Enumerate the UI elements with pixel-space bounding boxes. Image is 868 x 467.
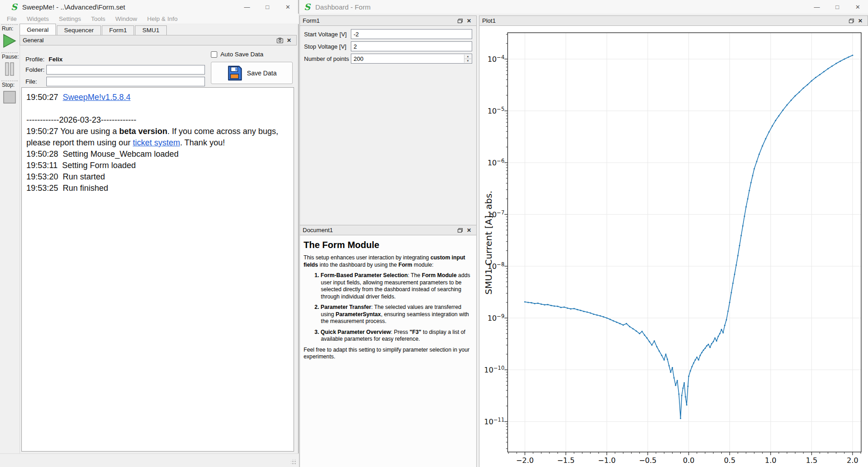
log-line: please report them using our ticket syst… <box>26 137 289 149</box>
form1-dock-content: Start Voltage [V]-2Stop Voltage [V]2Numb… <box>299 26 477 240</box>
panel-close-icon[interactable]: ✕ <box>464 17 474 25</box>
y-tick-label: 10−11 <box>479 417 504 426</box>
spin-down-icon[interactable]: ▼ <box>464 59 471 63</box>
form-row-number-of-points: Number of points200▲▼ <box>300 54 476 64</box>
sweepme-logo-icon: S <box>304 3 310 11</box>
general-panel-title: General <box>23 37 275 44</box>
play-icon <box>3 34 16 48</box>
x-tick-label: −1.0 <box>593 456 620 465</box>
x-tick-label: 1.0 <box>757 456 784 465</box>
float-panel-icon[interactable] <box>455 227 464 234</box>
plot-canvas: SMU1 Current [A], abs. SMU1 Voltage [V] … <box>479 26 868 467</box>
file-label: File: <box>25 78 37 85</box>
x-tick-label: 2.0 <box>839 456 866 465</box>
form-row-start-voltage-v: Start Voltage [V]-2 <box>300 29 476 39</box>
menu-item-tools[interactable]: Tools <box>86 15 110 22</box>
panel-close-icon[interactable]: ✕ <box>464 227 474 234</box>
floppy-disk-icon <box>227 65 242 81</box>
y-tick-label: 10−5 <box>479 106 504 115</box>
doc-list-item: 3. Quick Parameter Overview: Press "F3" … <box>314 329 470 343</box>
doc-paragraph: Feel free to adapt this setting to simpl… <box>304 347 470 361</box>
menu-item-widgets[interactable]: Widgets <box>22 15 54 22</box>
resize-grip[interactable] <box>291 459 296 465</box>
menu-item-window[interactable]: Window <box>110 15 142 22</box>
screenshot-camera-icon[interactable] <box>275 37 284 44</box>
maximize-button[interactable]: □ <box>827 0 848 14</box>
minimize-button[interactable]: — <box>237 0 257 14</box>
document1-dock-header[interactable]: Document1 ✕ <box>299 225 477 235</box>
save-data-label: Save Data <box>247 70 276 77</box>
menu-item-help-info[interactable]: Help & Info <box>142 15 183 22</box>
save-data-button[interactable]: Save Data <box>211 62 293 84</box>
folder-input[interactable] <box>46 65 205 75</box>
close-button[interactable]: ✕ <box>848 0 868 14</box>
x-tick-label: −1.5 <box>552 456 579 465</box>
x-tick-label: 1.5 <box>798 456 825 465</box>
tab-form1[interactable]: Form1 <box>102 25 134 35</box>
log-line: 19:50:27 SweepMe!v1.5.8.4 <box>26 92 289 103</box>
float-panel-icon[interactable] <box>455 17 464 25</box>
run-label: Run: <box>1 25 18 32</box>
dashboard-titlebar[interactable]: S Dashboard - Form — □ ✕ <box>299 0 868 14</box>
y-axis-label: SMU1 Current [A], abs. <box>483 174 493 311</box>
tab-sequencer[interactable]: Sequencer <box>57 25 101 35</box>
document1-dock-title: Document1 <box>303 227 455 234</box>
sweepme-main-window: S SweepMe! - ..\Advanced\Form.set — □ ✕ … <box>0 0 299 467</box>
field-label: Number of points <box>304 55 351 62</box>
main-tab-bar: GeneralSequencerForm1SMU1 <box>20 24 168 35</box>
menu-item-settings[interactable]: Settings <box>54 15 86 22</box>
spin-up-icon[interactable]: ▲ <box>464 55 471 59</box>
panel-close-icon[interactable]: ✕ <box>856 17 865 25</box>
auto-save-checkbox[interactable] <box>211 51 217 58</box>
document1-dock-content: The Form Module This setup enhances user… <box>299 235 477 467</box>
close-button[interactable]: ✕ <box>278 0 298 14</box>
number-of-points-input[interactable]: 200▲▼ <box>351 54 472 64</box>
field-label: Start Voltage [V] <box>304 31 351 38</box>
window-title: SweepMe! - ..\Advanced\Form.set <box>22 3 125 11</box>
pause-button[interactable] <box>2 61 17 77</box>
file-input[interactable] <box>46 77 205 86</box>
stop-section: Stop: <box>1 80 18 105</box>
log-link[interactable]: SweepMe!v1.5.8.4 <box>63 93 130 102</box>
stop-button[interactable] <box>2 89 17 105</box>
pause-icon <box>4 62 15 76</box>
panel-close-icon[interactable]: ✕ <box>284 37 294 44</box>
log-link[interactable]: ticket system <box>133 138 180 147</box>
maximize-button[interactable]: □ <box>257 0 278 14</box>
profile-value: Felix <box>49 56 63 63</box>
log-line: 19:53:20 Run started <box>26 171 289 183</box>
form1-dock-title: Form1 <box>303 17 455 24</box>
tab-general[interactable]: General <box>20 24 56 35</box>
document-heading: The Form Module <box>304 240 470 250</box>
log-line: 19:53:11 Setting Form loaded <box>26 160 289 171</box>
plot1-dock-header[interactable]: Plot1 ✕ <box>479 15 868 26</box>
dashboard-window: S Dashboard - Form — □ ✕ Form1 ✕ Start V… <box>299 0 868 467</box>
doc-list-item: 1. Form-Based Parameter Selection: The F… <box>314 272 470 300</box>
window-titlebar[interactable]: S SweepMe! - ..\Advanced\Form.set — □ ✕ <box>0 0 298 14</box>
general-panel: General ✕ Profile: Felix Auto Save Data … <box>20 35 297 453</box>
stop-voltage-v-input[interactable]: 2 <box>351 41 472 51</box>
start-voltage-v-input[interactable]: -2 <box>351 29 472 39</box>
y-tick-label: 10−8 <box>479 261 504 271</box>
sweepme-logo-icon: S <box>11 3 17 11</box>
document-body: This setup enhances user interaction by … <box>304 254 470 361</box>
y-tick-label: 10−6 <box>479 158 504 167</box>
dashboard-title: Dashboard - Form <box>315 3 371 11</box>
minimize-button[interactable]: — <box>807 0 827 14</box>
plot1-dock-title: Plot1 <box>482 17 847 24</box>
y-tick-label: 10−7 <box>479 209 504 219</box>
log-line: 19:50:28 Setting Mouse_Webcam loaded <box>26 149 289 160</box>
float-panel-icon[interactable] <box>847 17 856 25</box>
log-line: 19:53:25 Run finished <box>26 183 289 194</box>
run-button[interactable] <box>2 33 17 49</box>
form-row-stop-voltage-v: Stop Voltage [V]2 <box>300 41 476 51</box>
x-tick-label: 0.0 <box>675 456 703 465</box>
spinner-buttons: ▲▼ <box>464 55 471 63</box>
form1-dock-header[interactable]: Form1 ✕ <box>299 15 477 26</box>
general-panel-header: General ✕ <box>20 35 297 45</box>
tab-smu1[interactable]: SMU1 <box>135 25 167 35</box>
folder-label: Folder: <box>25 66 45 73</box>
auto-save-label: Auto Save Data <box>220 51 264 58</box>
menu-item-file[interactable]: File <box>2 15 22 22</box>
stop-label: Stop: <box>1 82 18 88</box>
